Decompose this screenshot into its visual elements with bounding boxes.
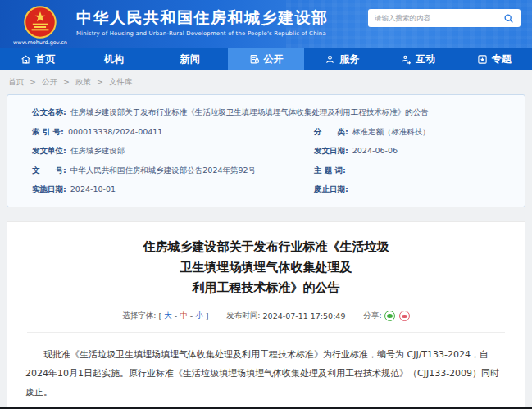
article-paragraph: 现批准《生活垃圾卫生填埋场填埋气体收集处理及利用工程技术标准》为行业标准，编号为… <box>25 345 507 402</box>
nav-label: 公开 <box>264 52 284 66</box>
field-label: 废止日期: <box>314 184 348 193</box>
field-value: 标准定额（标准科技） <box>352 127 430 136</box>
nav-item-topics[interactable]: 专题 <box>456 48 532 70</box>
article-title-line: 利用工程技术标准》的公告 <box>25 278 507 298</box>
article-panel: 住房城乡建设部关于发布行业标准《生活垃圾 卫生填埋场填埋气体收集处理及 利用工程… <box>7 221 525 409</box>
header-titles: 中华人民共和国住房和城乡建设部 Ministry of Housing and … <box>76 7 329 37</box>
field-value: 000013338/2024-00411 <box>68 127 162 136</box>
field-label: 文 号: <box>32 166 66 175</box>
article-meta: 选择字体: [ 大 - 中 - 小 ] 发布时间: 2024-07-11 17:… <box>25 311 507 321</box>
field-label: 索 引 号: <box>32 127 64 136</box>
nav-label: 首页 <box>35 52 55 66</box>
field-label: 发文单位: <box>32 146 66 155</box>
nav-item-services[interactable]: 服务 <box>304 48 380 70</box>
site-logo[interactable]: www.mohurd.gov.cn <box>13 6 67 46</box>
field-label: 分 类: <box>314 127 348 136</box>
article-title-line: 住房城乡建设部关于发布行业标准《生活垃圾 <box>25 237 507 257</box>
dash: - <box>175 311 177 320</box>
article-title-line: 卫生填埋场填埋气体收集处理及 <box>25 257 507 278</box>
field-issuing-unit: 发文单位:住房城乡建设部 <box>32 145 314 156</box>
field-doc-no: 文 号:中华人民共和国住房和城乡建设部公告2024年第92号 <box>32 165 314 175</box>
nav-label: 机构 <box>104 52 124 66</box>
field-doc-name: 公文名称:住房城乡建设部关于发布行业标准《生活垃圾卫生填埋场填埋气体收集处理及利… <box>32 107 510 117</box>
field-value: 住房城乡建设部关于发布行业标准《生活垃圾卫生填埋场填埋气体收集处理及利用工程技术… <box>70 107 429 116</box>
nav-item-org[interactable]: 机构 <box>76 48 152 70</box>
dash: - <box>190 311 193 320</box>
star-box-icon <box>477 54 488 65</box>
field-value: 2024-10-01 <box>70 184 116 193</box>
nav-label: 新闻 <box>180 52 200 66</box>
field-label: 公文名称: <box>32 107 66 116</box>
share-label: 分享: <box>363 311 381 321</box>
article-body: 现批准《生活垃圾卫生填埋场填埋气体收集处理及利用工程技术标准》为行业标准，编号为… <box>25 345 507 409</box>
field-impl-date: 实施日期:2024-10-01 <box>32 184 314 194</box>
nav-item-home[interactable]: 首页 <box>0 48 76 70</box>
ministry-title-en: Ministry of Housing and Urban-Rural Deve… <box>76 30 329 37</box>
bracket: [ <box>159 311 162 320</box>
nav-label: 互动 <box>416 52 435 66</box>
publish-time: 2024-07-11 17:50:49 <box>263 311 346 320</box>
breadcrumb-separator: > <box>63 77 70 86</box>
nav-item-disclosure[interactable]: 公开 <box>228 48 304 70</box>
font-small-link[interactable]: 小 <box>195 311 203 321</box>
person-arrows-icon <box>401 54 412 65</box>
document-icon <box>249 54 260 65</box>
meta-divider <box>27 332 505 333</box>
person-pin-icon <box>325 54 335 65</box>
breadcrumb-separator: > <box>97 77 103 86</box>
article-title: 住房城乡建设部关于发布行业标准《生活垃圾 卫生填埋场填埋气体收集处理及 利用工程… <box>25 237 507 298</box>
wechat-share-icon[interactable] <box>384 311 395 321</box>
national-emblem-icon <box>24 6 57 39</box>
field-index-no: 索 引 号:000013338/2024-00411 <box>32 126 314 137</box>
field-value: 住房城乡建设部 <box>70 146 125 155</box>
field-value: 中华人民共和国住房和城乡建设部公告2024年第92号 <box>70 166 256 175</box>
home-icon <box>20 54 31 65</box>
font-medium-link[interactable]: 中 <box>180 311 188 321</box>
breadcrumb-separator: > <box>30 77 36 86</box>
search-icon[interactable] <box>503 13 514 24</box>
breadcrumb-disclosure[interactable]: 公开 <box>42 77 57 86</box>
font-size-label: 选择字体: <box>122 311 156 321</box>
nav-item-news[interactable]: 新闻 <box>152 48 228 70</box>
breadcrumb-library[interactable]: 文件库 <box>109 77 133 86</box>
field-subject: 主 题 词: <box>314 165 510 175</box>
document-info-panel: 公文名称:住房城乡建设部关于发布行业标准《生活垃圾卫生填埋场填埋气体收集处理及利… <box>7 94 525 207</box>
field-label: 主 题 词: <box>314 166 346 175</box>
breadcrumb-policy[interactable]: 政策 <box>75 77 91 86</box>
nav-item-interaction[interactable]: 互动 <box>380 48 457 70</box>
publish-time-label: 发布时间: <box>226 311 260 321</box>
font-large-link[interactable]: 大 <box>164 311 172 321</box>
breadcrumb-home[interactable]: 首页 <box>8 77 24 86</box>
weibo-share-icon[interactable] <box>399 311 410 321</box>
nav-label: 服务 <box>339 52 359 66</box>
field-expire-date: 废止日期: <box>314 184 510 194</box>
field-value: 2024-06-06 <box>352 146 398 155</box>
field-label: 发文日期: <box>314 146 348 155</box>
ministry-title-cn: 中华人民共和国住房和城乡建设部 <box>76 7 329 27</box>
nav-label: 专题 <box>492 52 512 66</box>
site-header: www.mohurd.gov.cn 中华人民共和国住房和城乡建设部 Minist… <box>0 0 532 48</box>
search-input[interactable] <box>375 14 503 22</box>
field-issue-date: 发文日期:2024-06-06 <box>314 145 510 156</box>
bracket: ] <box>206 311 209 320</box>
main-nav: 首页 机构 新闻 公开 服务 互动 <box>0 48 532 70</box>
field-category: 分 类:标准定额（标准科技） <box>314 126 510 137</box>
site-url: www.mohurd.gov.cn <box>13 39 67 46</box>
header-search <box>368 9 521 27</box>
field-label: 实施日期: <box>32 184 66 193</box>
breadcrumb: 首页 > 公开 > 政策 > 文件库 <box>0 70 532 93</box>
